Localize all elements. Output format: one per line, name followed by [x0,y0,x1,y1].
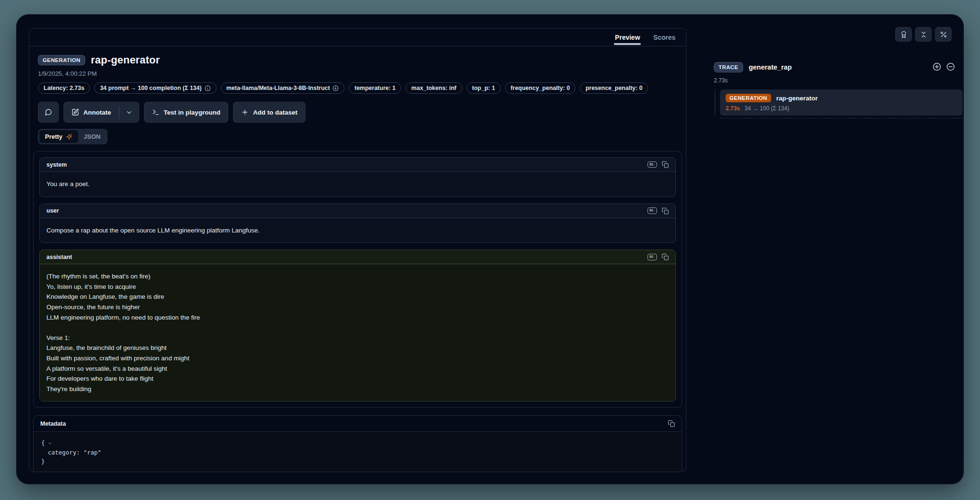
chip-presence-penalty-label: presence_penalty: 0 [585,85,642,91]
collapse-json-chevron-icon[interactable] [47,441,53,446]
trace-tree-sidebar: TRACE generate_rap 2.73s GENERATION rap-… [714,15,964,484]
tab-preview-label: Preview [615,34,640,41]
expand-all-button[interactable] [932,62,942,71]
copy-button[interactable] [668,420,675,427]
trace-type-badge: TRACE [714,62,743,72]
json-label: JSON [84,133,100,140]
trace-latency: 2.73s [714,77,964,84]
role-label-user: user [46,207,59,214]
award-icon [900,31,908,38]
chip-temperature-label: temperature: 1 [354,85,396,91]
tree-separator [720,118,962,118]
message-user: user M↓ Compose a rap about the open sou… [39,204,676,243]
plus-icon [241,108,249,116]
sparkles-icon [66,134,72,140]
markdown-toggle-button[interactable]: M↓ [647,161,657,168]
action-toolbar: Annotate Test in playgroun [38,102,677,123]
messages-container: system M↓ You are a poet. user [33,151,682,408]
chip-model-label: meta-llama/Meta-Llama-3-8B-Instruct [226,85,330,91]
json-view-tab[interactable]: JSON [78,130,106,143]
annotate-split-button: Annotate [63,102,139,123]
test-in-playground-label: Test in playground [164,109,221,116]
chip-frequency-penalty-label: frequency_penalty: 0 [511,85,570,91]
metadata-entry: category: "rap" [48,448,101,457]
tab-scores[interactable]: Scores [647,28,682,46]
annotate-dropdown-button[interactable] [119,102,139,122]
metadata-open-brace: { [41,438,45,447]
observation-timestamp: 1/9/2025, 4:00:22 PM [38,70,677,77]
chip-top-p[interactable]: top_p: 1 [467,82,501,94]
annotate-label: Annotate [83,109,111,116]
node-token-usage: 34 → 100 (Σ 134) [745,105,789,112]
tree-guide-line [715,89,715,116]
chip-tokens-label: 34 prompt → 100 completion (Σ 134) [100,85,202,91]
role-label-system: system [46,161,67,168]
copy-button[interactable] [662,207,669,214]
message-assistant: assistant M↓ (The rhythm is set, the bea… [39,250,676,402]
tab-scores-label: Scores [653,34,675,41]
copy-button[interactable] [662,253,669,260]
percent-icon [940,31,947,38]
node-latency: 2.73s [726,105,740,112]
collapse-panel-button[interactable] [915,27,932,42]
edit-pencil-icon [72,108,79,116]
tree-actions [932,62,955,71]
trace-tree: GENERATION rap-generator 2.73s 34 → 100 … [714,89,964,116]
annotate-award-button[interactable] [895,27,912,42]
message-content-system: You are a poet. [40,172,675,196]
markdown-toggle-button[interactable]: M↓ [647,207,657,214]
chip-presence-penalty[interactable]: presence_penalty: 0 [580,82,648,94]
chip-max-tokens[interactable]: max_tokens: inf [405,82,462,94]
message-system: system M↓ You are a poet. [39,157,676,197]
add-to-dataset-button[interactable]: Add to dataset [233,102,306,123]
chat-bubble-icon [45,108,52,116]
comments-button[interactable] [38,102,59,123]
metadata-close-brace: } [41,457,45,466]
tab-preview[interactable]: Preview [608,28,647,46]
annotate-button[interactable]: Annotate [64,102,119,122]
metadata-panel: Metadata { category: [33,415,682,472]
observation-content: GENERATION rap-generator 1/9/2025, 4:00:… [29,46,686,472]
trace-name: generate_rap [749,63,792,71]
chip-latency[interactable]: Latency: 2.73s [38,82,90,94]
copy-button[interactable] [662,161,669,168]
message-content-assistant: (The rhythm is set, the beat's on fire) … [40,264,675,401]
pretty-view-tab[interactable]: Pretty [39,130,78,143]
generation-type-badge: GENERATION [38,55,85,65]
chip-latency-label: Latency: 2.73s [44,85,84,91]
metadata-title: Metadata [40,420,66,427]
app-window: Preview Scores GENERATION rap-generator … [16,14,964,484]
terminal-icon [152,108,160,116]
preview-tabbar: Preview Scores [29,28,686,46]
test-in-playground-button[interactable]: Test in playground [144,102,229,123]
chip-tokens[interactable]: 34 prompt → 100 completion (Σ 134) [94,82,216,94]
chip-frequency-penalty[interactable]: frequency_penalty: 0 [505,82,575,94]
observation-chips: Latency: 2.73s 34 prompt → 100 completio… [38,82,677,94]
message-content-user: Compose a rap about the open source LLM … [40,218,675,243]
tree-node-rap-generator[interactable]: GENERATION rap-generator 2.73s 34 → 100 … [720,89,962,116]
observation-header: GENERATION rap-generator 1/9/2025, 4:00:… [33,54,682,144]
observation-preview-card: Preview Scores GENERATION rap-generator … [29,28,686,472]
chip-temperature[interactable]: temperature: 1 [349,82,401,94]
chevrons-collapse-icon [920,31,927,38]
chevron-down-icon [126,109,133,116]
observation-title: rap-generator [91,54,160,66]
chip-model[interactable]: meta-llama/Meta-Llama-3-8B-Instruct [221,82,345,94]
markdown-toggle-button[interactable]: M↓ [647,254,657,260]
window-actions [895,27,952,42]
add-to-dataset-label: Add to dataset [253,109,297,116]
node-generation-badge: GENERATION [726,94,771,102]
pretty-label: Pretty [45,133,63,140]
node-name: rap-generator [776,95,818,102]
metadata-json: { category: "rap" } [34,432,682,472]
chip-top-p-label: top_p: 1 [472,85,495,91]
collapse-all-button[interactable] [946,62,955,71]
role-label-assistant: assistant [46,254,72,260]
scores-percent-button[interactable] [935,27,952,42]
chip-max-tokens-label: max_tokens: inf [411,85,456,91]
view-toggle: Pretty JSON [38,129,108,144]
info-icon [205,85,211,91]
circle-plus-icon [333,85,339,91]
